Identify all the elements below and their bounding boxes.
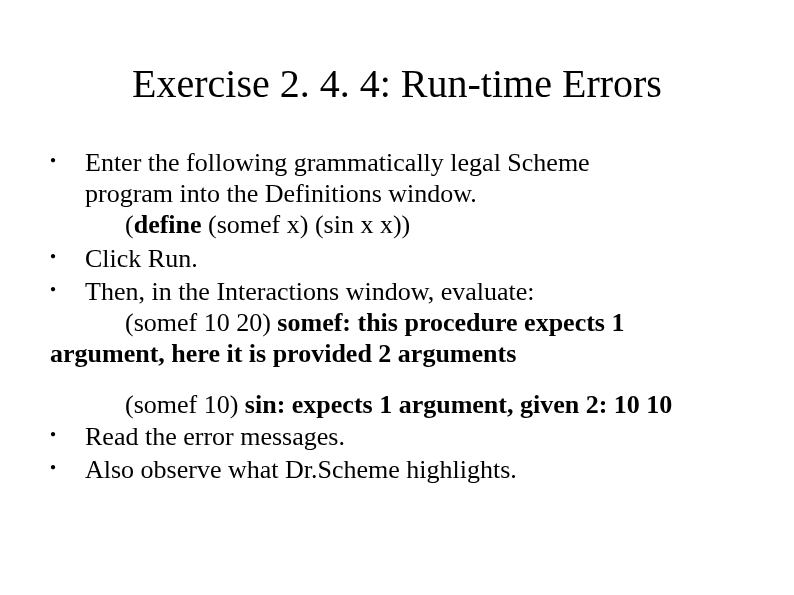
item3-eval2: (somef 10) sin: expects 1 argument, give… <box>40 389 754 420</box>
bullet-list: Enter the following grammatically legal … <box>40 147 754 369</box>
bullet-item-1: Enter the following grammatically legal … <box>40 147 754 241</box>
item1-line1: Enter the following grammatically legal … <box>85 148 590 177</box>
slide-title: Exercise 2. 4. 4: Run-time Errors <box>40 60 754 107</box>
item4-text: Read the error messages. <box>85 422 345 451</box>
code-open: ( <box>125 210 134 239</box>
bullet-item-4: Read the error messages. <box>40 421 754 452</box>
bullet-item-5: Also observe what Dr.Scheme highlights. <box>40 454 754 485</box>
code-rest: (somef x) (sin x x)) <box>202 210 411 239</box>
bullet-item-3: Then, in the Interactions window, evalua… <box>40 276 754 370</box>
spacer <box>40 371 754 389</box>
eval2-code: (somef 10) <box>125 390 245 419</box>
eval1-error-part2: argument, here it is provided 2 argument… <box>50 339 516 368</box>
bullet-item-2: Click Run. <box>40 243 754 274</box>
item1-line2: program into the Definitions window. <box>85 179 477 208</box>
item5-text: Also observe what Dr.Scheme highlights. <box>85 455 517 484</box>
item3-eval1-cont: argument, here it is provided 2 argument… <box>50 338 754 369</box>
slide-body: Enter the following grammatically legal … <box>40 147 754 485</box>
bullet-list-2: Read the error messages. Also observe wh… <box>40 421 754 485</box>
item2-text: Click Run. <box>85 244 198 273</box>
slide: Exercise 2. 4. 4: Run-time Errors Enter … <box>0 0 794 595</box>
code-keyword: define <box>134 210 202 239</box>
eval1-code: (somef 10 20) <box>125 308 277 337</box>
eval1-error-part1: somef: this procedure expects 1 <box>277 308 624 337</box>
item3-line1: Then, in the Interactions window, evalua… <box>85 277 535 306</box>
item1-code: (define (somef x) (sin x x)) <box>85 209 754 240</box>
eval2-error: sin: expects 1 argument, given 2: 10 10 <box>245 390 673 419</box>
item3-eval1: (somef 10 20) somef: this procedure expe… <box>85 307 754 338</box>
